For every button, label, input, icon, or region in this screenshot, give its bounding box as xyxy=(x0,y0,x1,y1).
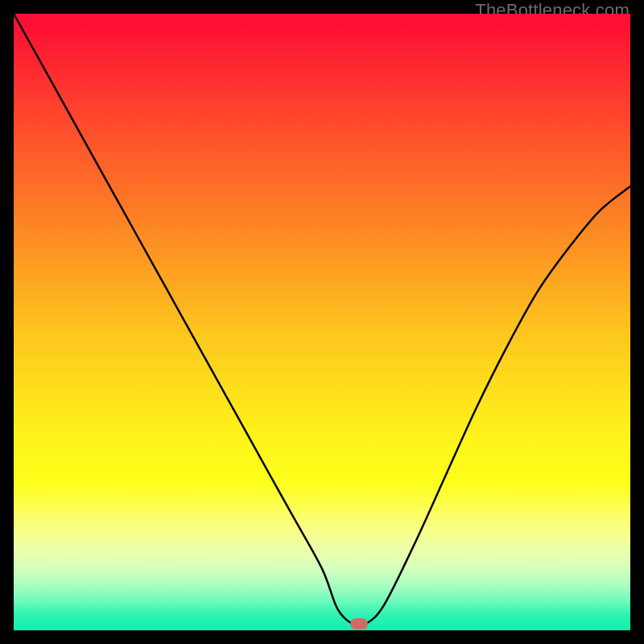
optimal-marker xyxy=(350,618,368,630)
chart-frame: TheBottleneck.com xyxy=(0,0,644,644)
bottleneck-curve xyxy=(14,14,630,630)
plot-area xyxy=(14,14,630,630)
